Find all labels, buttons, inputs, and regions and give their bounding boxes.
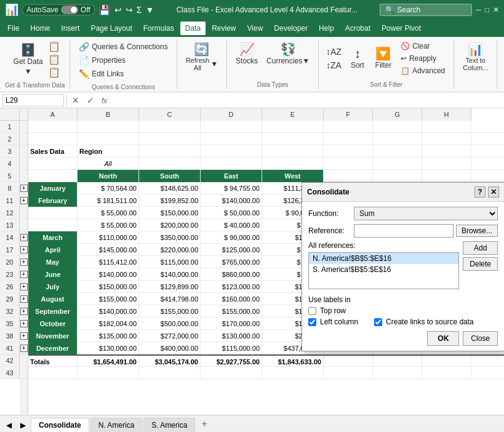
cell-42-c[interactable]: $3,045,174.00: [139, 356, 201, 368]
cell-42-e[interactable]: $1,843,633.00: [262, 356, 324, 368]
cell-17-a[interactable]: April: [28, 244, 78, 256]
cell-17-b[interactable]: $145,000.00: [78, 244, 139, 256]
cell-1-h[interactable]: [422, 121, 471, 133]
reapply-button[interactable]: ↩ Reapply: [397, 53, 449, 64]
search-box[interactable]: 🔍 Search: [380, 4, 472, 16]
minimize-btn[interactable]: ─: [476, 6, 481, 14]
cell-2-d[interactable]: [201, 133, 262, 145]
group-r32[interactable]: +: [20, 305, 28, 318]
cell-32-d[interactable]: $155,000.00: [201, 305, 262, 318]
cell-5-d[interactable]: East: [201, 170, 262, 182]
cell-32-a[interactable]: September: [28, 305, 78, 318]
sort-za-button[interactable]: ↕ZA: [324, 59, 344, 71]
cell-5-h[interactable]: [422, 170, 471, 182]
group-plus-r32[interactable]: +: [20, 308, 28, 315]
cell-8-d[interactable]: $ 94,755.00: [201, 182, 262, 194]
group-r11[interactable]: +: [20, 194, 28, 207]
cell-38-a[interactable]: November: [28, 330, 78, 342]
more-icon[interactable]: ▼: [146, 5, 154, 15]
group-plus-r38[interactable]: +: [20, 332, 28, 340]
menu-help[interactable]: Help: [314, 22, 339, 35]
cell-11-c[interactable]: $199,852.00: [139, 194, 201, 207]
redo-icon[interactable]: ↪: [126, 5, 133, 15]
sort-button[interactable]: ↕ Sort: [345, 45, 370, 72]
dialog-delete-button[interactable]: Delete: [463, 257, 498, 271]
menu-view[interactable]: View: [242, 22, 268, 35]
cell-13-b[interactable]: $ 55,000.00: [78, 219, 139, 231]
group-r17[interactable]: +: [20, 244, 28, 256]
cell-5-b[interactable]: North: [78, 170, 139, 182]
dialog-top-row-checkbox[interactable]: [308, 307, 316, 315]
dialog-function-select[interactable]: Sum: [354, 207, 498, 220]
add-sheet-button[interactable]: +: [196, 416, 212, 432]
cell-26-a[interactable]: July: [28, 281, 78, 293]
cell-14-b[interactable]: $110,000.00: [78, 231, 139, 244]
tab-n-america[interactable]: N. America: [90, 418, 143, 432]
cell-29-c[interactable]: $414,798.00: [139, 293, 201, 305]
dialog-add-button[interactable]: Add: [463, 241, 498, 255]
cell-32-b[interactable]: $140,000.00: [78, 305, 139, 318]
menu-home[interactable]: Home: [25, 22, 55, 35]
cell-4-e[interactable]: [262, 158, 324, 170]
menu-insert[interactable]: Insert: [56, 22, 84, 35]
cell-35-b[interactable]: $182,004.00: [78, 318, 139, 330]
dialog-ok-button[interactable]: OK: [427, 331, 459, 346]
get-data-button[interactable]: 🗄️ Get Data ▼: [10, 41, 47, 78]
cell-3-f[interactable]: [324, 145, 373, 158]
undo-icon[interactable]: ↩: [114, 5, 122, 15]
cell-3-e[interactable]: [262, 145, 324, 158]
menu-power-pivot[interactable]: Power Pivot: [377, 22, 426, 35]
cell-2-b[interactable]: [78, 133, 139, 145]
cell-20-b[interactable]: $115,412.00: [78, 256, 139, 268]
cell-5-e[interactable]: West: [262, 170, 324, 182]
list-item[interactable]: N. America!$B$5:$E$16: [309, 253, 458, 264]
cell-3-b[interactable]: Region: [78, 145, 139, 158]
group-plus-r20[interactable]: +: [20, 258, 28, 266]
tab-s-america[interactable]: S. America: [143, 418, 195, 432]
cell-26-c[interactable]: $129,899.00: [139, 281, 201, 293]
cell-12-c[interactable]: $150,000.00: [139, 207, 201, 219]
cell-2-e[interactable]: [262, 133, 324, 145]
clear-button[interactable]: 🚫 Clear: [397, 41, 449, 52]
dialog-help-btn[interactable]: ?: [474, 186, 486, 198]
cell-1-a[interactable]: [28, 121, 78, 133]
cell-3-h[interactable]: [422, 145, 471, 158]
cell-11-b[interactable]: $ 181,511.00: [78, 194, 139, 207]
cell-43-f[interactable]: [324, 367, 373, 379]
dialog-create-links-checkbox[interactable]: [374, 318, 382, 326]
edit-links-button[interactable]: ✏️ Edit Links: [75, 68, 171, 80]
sort-az-button[interactable]: ↕AZ: [324, 46, 344, 58]
autosave-toggle[interactable]: [61, 6, 78, 14]
cell-3-d[interactable]: [201, 145, 262, 158]
cell-14-a[interactable]: March: [28, 231, 78, 244]
group-r8[interactable]: +: [20, 182, 28, 194]
cell-13-d[interactable]: $ 40,000.00: [201, 219, 262, 231]
cell-1-c[interactable]: [139, 121, 201, 133]
cell-4-d[interactable]: [201, 158, 262, 170]
cell-23-b[interactable]: $140,000.00: [78, 268, 139, 281]
cell-1-f[interactable]: [324, 121, 373, 133]
tab-nav-left[interactable]: ◀: [2, 418, 15, 432]
cell-41-c[interactable]: $400,000.00: [139, 342, 201, 354]
menu-page-layout[interactable]: Page Layout: [86, 22, 137, 35]
cell-11-d[interactable]: $140,000.00: [201, 194, 262, 207]
group-plus-r35[interactable]: +: [20, 320, 28, 327]
queries-connections-button[interactable]: 🔗 Queries & Connections: [75, 41, 171, 53]
formula-fx-btn[interactable]: fx: [99, 94, 110, 106]
list-item[interactable]: S. America!$B$5:$E$16: [309, 264, 458, 275]
cell-3-g[interactable]: [373, 145, 422, 158]
cell-41-d[interactable]: $115,000.00: [201, 342, 262, 354]
cell-20-d[interactable]: $765,000.00: [201, 256, 262, 268]
close-btn[interactable]: ✕: [493, 6, 499, 14]
group-r35[interactable]: +: [20, 318, 28, 330]
cell-4-f[interactable]: [324, 158, 373, 170]
cell-5-c[interactable]: South: [139, 170, 201, 182]
cell-2-c[interactable]: [139, 133, 201, 145]
cell-38-b[interactable]: $135,000.00: [78, 330, 139, 342]
advanced-button[interactable]: 📋 Advanced: [397, 65, 449, 76]
cell-43-e[interactable]: [262, 367, 324, 379]
group-r29[interactable]: +: [20, 293, 28, 305]
menu-file[interactable]: File: [2, 22, 24, 35]
tab-nav-right[interactable]: ▶: [17, 418, 30, 432]
cell-14-d[interactable]: $ 90,000.00: [201, 231, 262, 244]
